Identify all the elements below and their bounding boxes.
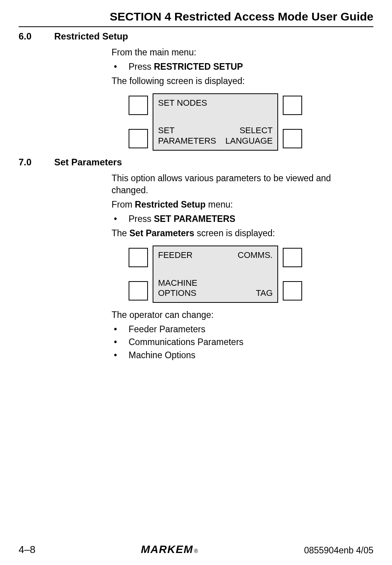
screen-diagram-2: FEEDER COMMS. MACHINE OPTIONS TAG (129, 246, 362, 303)
softkey-button-tl[interactable] (129, 248, 148, 267)
screen-label-br: SELECT LANGUAGE (225, 125, 273, 146)
page-footer: 4–8 MARKEM® 0855904enb 4/05 (0, 543, 392, 556)
screen-label-bl: SET PARAMETERS (158, 125, 216, 146)
screen-label-tl: FEEDER (158, 250, 193, 260)
bullet-item: Press SET PARAMETERS (112, 213, 362, 225)
text: menu: (206, 199, 233, 210)
text: The (112, 228, 129, 238)
softkey-button-bl[interactable] (129, 129, 148, 148)
screen-diagram-1: SET NODES SET PARAMETERS SELECT LANGUAGE (129, 93, 362, 151)
screen-label-br: TAG (256, 288, 273, 298)
section-number: 7.0 (19, 157, 54, 168)
bold-text: Restricted Setup (135, 199, 206, 210)
text: screen is displayed: (194, 228, 275, 238)
softkey-button-tl[interactable] (129, 96, 148, 115)
page-number: 4–8 (19, 544, 35, 556)
bullet-item: Feeder Parameters (112, 323, 362, 335)
registered-icon: ® (194, 548, 199, 554)
text: Press (129, 62, 154, 72)
text: From the main menu: (112, 46, 362, 58)
softkey-button-tr[interactable] (283, 248, 302, 267)
softkey-button-tr[interactable] (283, 96, 302, 115)
text: The operator can change: (112, 309, 362, 321)
section-title: Set Parameters (54, 157, 122, 168)
doc-id: 0855904enb 4/05 (304, 545, 373, 556)
lcd-screen: FEEDER COMMS. MACHINE OPTIONS TAG (153, 246, 278, 303)
text: From (112, 199, 135, 210)
bold-text: RESTRICTED SETUP (154, 62, 243, 72)
brand-logo: MARKEM® (141, 543, 199, 556)
section-number: 6.0 (19, 31, 54, 42)
lcd-screen: SET NODES SET PARAMETERS SELECT LANGUAGE (153, 93, 278, 151)
brand-name: MARKEM (141, 543, 193, 556)
text: This option allows various parameters to… (112, 172, 362, 196)
softkey-button-br[interactable] (283, 129, 302, 148)
screen-label-tl: SET NODES (158, 98, 207, 108)
section-title: Restricted Setup (54, 31, 128, 42)
section-heading-7: 7.0 Set Parameters (19, 157, 373, 168)
text: The following screen is displayed: (112, 75, 362, 87)
bold-text: Set Parameters (129, 228, 194, 238)
divider-top (19, 26, 373, 27)
section-heading-6: 6.0 Restricted Setup (19, 31, 373, 42)
bullet-item: Communications Parameters (112, 336, 362, 348)
bullet-item: Press RESTRICTED SETUP (112, 61, 362, 73)
softkey-button-br[interactable] (283, 281, 302, 301)
bold-text: SET PARAMETERS (154, 214, 235, 224)
screen-label-tr: COMMS. (238, 250, 273, 260)
page-title: SECTION 4 Restricted Access Mode User Gu… (19, 7, 373, 26)
softkey-button-bl[interactable] (129, 281, 148, 301)
text: The Set Parameters screen is displayed: (112, 227, 362, 239)
text: Press (129, 214, 154, 224)
screen-label-bl: MACHINE OPTIONS (158, 278, 197, 299)
bullet-item: Machine Options (112, 349, 362, 361)
section-7-body: This option allows various parameters to… (112, 172, 362, 361)
text: From Restricted Setup menu: (112, 199, 362, 211)
section-6-body: From the main menu: Press RESTRICTED SET… (112, 46, 362, 151)
